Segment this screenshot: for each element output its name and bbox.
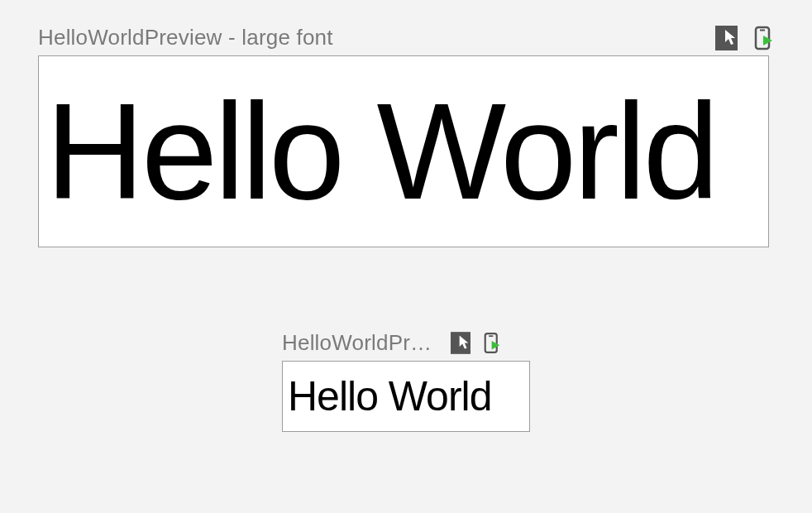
interactive-mode-icon[interactable] xyxy=(715,26,738,50)
preview-title-large: HelloWorldPreview - large font xyxy=(38,25,333,50)
preview-large: HelloWorldPreview - large font Hello Wor… xyxy=(38,25,774,247)
preview-text-small: Hello World xyxy=(288,376,492,417)
preview-canvas-small: Hello World xyxy=(282,361,530,432)
preview-actions-small xyxy=(451,332,501,354)
preview-header-small: HelloWorldPre... xyxy=(282,330,530,356)
interactive-mode-icon[interactable] xyxy=(451,332,470,354)
preview-canvas-large: Hello World xyxy=(38,55,769,247)
preview-title-small: HelloWorldPre... xyxy=(282,330,439,356)
preview-small: HelloWorldPre... Hello World xyxy=(38,330,774,432)
preview-text-large: Hello World xyxy=(45,83,716,220)
preview-actions-large xyxy=(715,26,774,50)
preview-header-large: HelloWorldPreview - large font xyxy=(38,25,774,50)
run-on-device-icon[interactable] xyxy=(484,332,501,354)
run-on-device-icon[interactable] xyxy=(754,26,774,50)
